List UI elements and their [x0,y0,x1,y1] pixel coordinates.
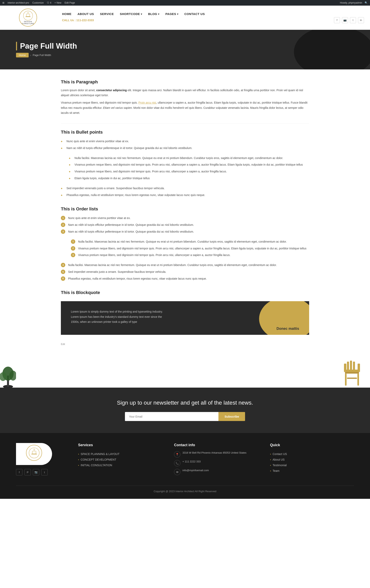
paragraph-heading: This is Paragraph [61,79,309,84]
admin-wp-icon[interactable]: ⊞ [2,1,4,4]
paragraph-section: This is Paragraph Lorem ipsum dolor sit … [61,79,309,116]
address-text: 3316 W Bell Rd Phoenix Arkansas 85053 Un… [182,451,246,454]
footer-service-item[interactable]: SPACE PLANNING & LAYOUT [78,451,162,457]
svg-rect-19 [347,378,357,379]
svg-rect-18 [357,374,359,386]
svg-point-24 [34,449,34,450]
svg-rect-11 [345,372,359,374]
howdy-text: Howdy, phpmyadmin [340,1,362,4]
bullet-section: This is Bullet points Nunc quis ante et … [61,130,309,198]
logo-area: DESIGNFURNITURE [0,6,56,30]
bullet-item: Phasellus egestas, nulla et vestibulum t… [61,192,309,199]
footer-contact-heading: Contact info [174,443,258,447]
footer-service-item[interactable]: INITIAL CONSULTATION [78,462,162,468]
nav-blog[interactable]: BLOG ▾ [148,12,159,16]
svg-rect-2 [26,14,30,17]
page-title: Page Full Width [16,42,354,50]
linkedin-icon[interactable]: in [358,17,364,23]
newsletter-heading: Sign up to our newsletter and get all of… [16,399,354,406]
footer-services-heading: Services [78,443,162,447]
nav-service[interactable]: SERVICE [100,12,114,16]
footer-social: f P 📷 t [16,469,66,475]
bullet-item: Nam ac nibh id turpis efficitur pellente… [61,145,309,152]
ordered-nested-item: Vivamus pretium neque libero, sed dignis… [71,245,309,252]
ordered-item: Nulla facilisi. Maecenas lacinia ac nisl… [61,262,309,269]
logo[interactable]: DESIGNFURNITURE [19,9,37,27]
svg-rect-13 [347,362,349,371]
ordered-item: Nam ac nibh id turpis efficitur pellente… [61,228,309,235]
svg-rect-14 [350,361,352,371]
ordered-nested-list: Nulla facilisi. Maecenas lacinia ac nisl… [61,238,309,259]
newsletter-form: Subscribe [125,412,245,421]
svg-rect-16 [358,364,360,371]
search-icon[interactable]: 🔍 [365,1,368,4]
email-text: info@myinfoemail.com [182,469,209,472]
bullet-item: Sed imperdiet venenatis justo a ornare. … [61,185,309,192]
footer-quick-item[interactable]: Testimonial [270,462,354,468]
footer-quick-heading: Quick [270,443,354,447]
blockquote: Lorem Ipsum is simply dummy text of the … [61,301,309,335]
footer-quick-item[interactable]: About US [270,457,354,462]
footer-service-item[interactable]: CONCEPT DEVELOPMENT [78,457,162,462]
nav-bottom: CALL Us : 111-222-3333 f 📷 t in [62,17,364,23]
location-icon: 📍 [174,451,180,458]
email-input[interactable] [125,412,218,421]
footer-twitter-icon[interactable]: t [41,469,48,475]
blockquote-text: Lorem Ipsum is simply dummy text of the … [71,309,171,324]
instagram-icon[interactable]: 📷 [342,17,348,23]
admin-bar: ⊞ interior-architect-pro Customize 🗨 4 +… [0,0,370,6]
ordered-item: Phasellus egestas, nulla et vestibulum t… [61,275,309,282]
bullet-heading: This is Bullet points [61,130,309,135]
comments-count[interactable]: 🗨 4 [47,1,51,4]
phone-icon: 📞 [174,460,180,466]
copyright-text: Copyright @ 2023 Interior Architect All … [153,490,216,493]
call-info: CALL Us : 111-222-3333 [62,19,94,22]
breadcrumb-current: Page Full Width [33,54,51,57]
paragraph2: Vivamus pretium neque libero, sed dignis… [61,100,309,116]
new-button[interactable]: + New [54,1,61,4]
svg-rect-17 [345,374,347,386]
nav-area: HOME ABOUT US SERVICE SHORTCODE ▾ BLOG ▾… [56,6,370,30]
footer-inner: f P 📷 t Services SPACE PLANNING & LAYOUT… [16,443,354,478]
phone-text: + 111 2222 333 [182,460,201,463]
breadcrumb-separator: › [30,54,31,57]
ordered-item: Sed imperdiet venenatis justo a ornare. … [61,269,309,275]
footer-pinterest-icon[interactable]: P [24,469,31,475]
paragraph1: Lorem ipsum dolor sit amet, consectetur … [61,88,309,98]
svg-rect-12 [344,364,346,371]
ordered-list-2: Nulla facilisi. Maecenas lacinia ac nisl… [61,262,309,282]
facebook-icon[interactable]: f [334,17,340,23]
blockquote-author: Donec mattis [276,327,299,331]
subscribe-button[interactable]: Subscribe [218,412,245,421]
footer-quick-item[interactable]: Contact US [270,451,354,457]
edit-page-link[interactable]: Edit Page [65,1,75,4]
edit-link[interactable]: Edit [61,343,309,346]
footer-quick-col: Quick Contact US About US Testimonial Te… [270,443,354,478]
footer-instagram-icon[interactable]: 📷 [33,469,39,475]
svg-rect-22 [32,451,36,454]
main-nav: HOME ABOUT US SERVICE SHORTCODE ▾ BLOG ▾… [62,12,205,16]
decorative-section [0,356,370,388]
bullet-list-2: Sed imperdiet venenatis justo a ornare. … [61,185,309,199]
bullet-nested-item: Vivamus pretium neque libero, sed dignis… [69,168,309,175]
svg-rect-15 [353,362,355,371]
site-name[interactable]: interior-architect-pro [8,1,29,4]
nav-pages[interactable]: PAGES ▾ [165,12,178,16]
nav-about[interactable]: ABOUT US [77,12,94,16]
twitter-icon[interactable]: t [350,17,356,23]
footer-email: ✉ info@myinfoemail.com [174,469,258,475]
footer-bottom: Copyright @ 2023 Interior Architect All … [16,486,354,493]
footer-quick-item[interactable]: Team [270,468,354,474]
nav-shortcode[interactable]: SHORTCODE ▾ [120,12,142,16]
customize-link[interactable]: Customize [32,1,44,4]
bullet-nested-item: Nulla facilisi. Maecenas lacinia ac nisl… [69,155,309,162]
nav-home[interactable]: HOME [62,12,71,16]
nav-contact[interactable]: CONTACT US [185,12,205,16]
breadcrumb-home[interactable]: Home [16,53,29,57]
order-section: This is Order lists Nunc quis ante et en… [61,206,309,282]
ordered-item: Nam ac nibh id turpis efficitur pellente… [61,222,309,228]
footer: f P 📷 t Services SPACE PLANNING & LAYOUT… [0,433,370,499]
ordered-nested-item: Vivamus pretium neque libero, sed dignis… [71,252,309,259]
email-icon: ✉ [174,469,180,475]
footer-facebook-icon[interactable]: f [16,469,22,475]
